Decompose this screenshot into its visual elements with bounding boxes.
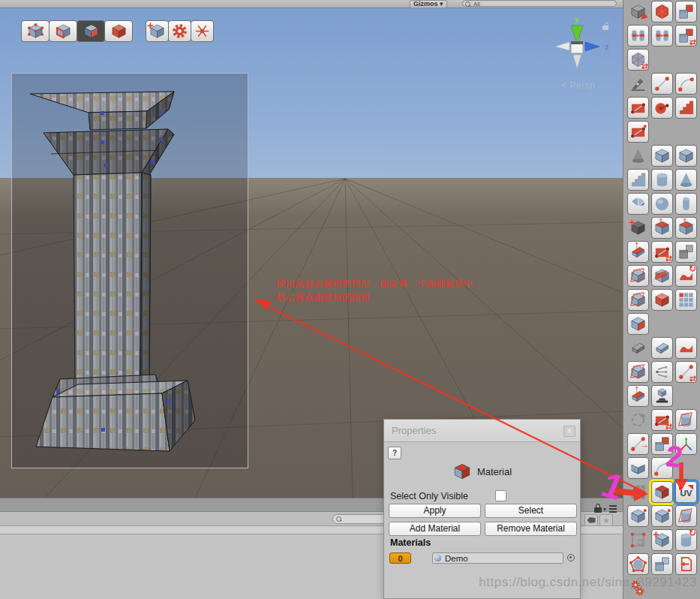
close-icon[interactable]: x <box>563 426 575 437</box>
rect-points-icon[interactable] <box>627 97 649 119</box>
remove-material-button[interactable]: Remove Material <box>485 522 577 536</box>
edge-mode-button[interactable] <box>49 20 77 42</box>
new-cube-plus-icon[interactable]: + <box>651 529 673 551</box>
extrude-edge-icon[interactable]: ↑ <box>675 217 697 239</box>
arch-shape-icon[interactable] <box>627 193 649 215</box>
distribute-nodes-icon[interactable] <box>651 361 673 383</box>
inspector-lock-icon[interactable] <box>594 504 602 513</box>
stairs-shape-icon[interactable] <box>627 169 649 191</box>
duplicate-cubes-icon[interactable] <box>651 553 673 575</box>
persp-mode-label[interactable]: < Persp <box>561 80 595 91</box>
sphere-shape-icon[interactable] <box>651 193 673 215</box>
properties-titlebar[interactable]: Properties x <box>384 420 580 442</box>
icosphere-icon[interactable] <box>651 1 673 23</box>
object-mode-button[interactable] <box>104 20 133 42</box>
cut-plane-icon[interactable] <box>651 265 673 287</box>
plane-lift-icon[interactable]: ↑ <box>627 385 649 407</box>
conform-sphere-icon[interactable] <box>627 553 649 575</box>
path-steps-icon[interactable] <box>651 457 673 479</box>
empty-cell <box>651 121 675 145</box>
material-tool-icon[interactable] <box>651 481 673 503</box>
open-box-icon[interactable] <box>651 289 673 311</box>
cylinder-face-icon[interactable] <box>675 409 697 431</box>
probuilder-toolbar: ⇄⇄•+↑↑↑⇄↻⇄↑⇄→••+↻ <box>623 0 700 599</box>
materials-header: Materials <box>390 537 431 548</box>
line-points-icon[interactable] <box>651 73 673 95</box>
stairs-points-icon[interactable] <box>675 97 697 119</box>
paint-cube-icon[interactable]: • <box>627 505 649 527</box>
add-cube-icon: + <box>627 217 649 239</box>
move-points-icon[interactable]: → <box>627 433 649 455</box>
circle-points-icon[interactable] <box>651 97 673 119</box>
chain-points-icon[interactable]: ⇄ <box>675 361 697 383</box>
vertex-dot-cube-icon[interactable]: • <box>651 505 673 527</box>
smooth-cylinder-icon[interactable] <box>675 505 697 527</box>
extrude-face-icon[interactable]: ↑ <box>651 217 673 239</box>
bezier-curve-icon[interactable] <box>675 73 697 95</box>
plane-points-icon[interactable]: • <box>627 121 649 143</box>
select-only-visible-checkbox[interactable] <box>495 490 506 501</box>
flip-cubes-icon[interactable]: ⇄ <box>675 25 697 47</box>
cylinder-shape-icon[interactable] <box>651 169 673 191</box>
bevel-edge-icon[interactable] <box>627 265 649 287</box>
add-material-button[interactable]: Add Material <box>389 522 481 536</box>
favorite-button[interactable]: ★ <box>599 514 613 526</box>
watermark-text: https://blog.csdn.net/sina_39291423 <box>479 575 697 590</box>
new-shape-button[interactable]: + <box>146 20 169 42</box>
axis-y-label: y <box>575 14 580 23</box>
properties-window: Properties x ? Material Select Only Visi… <box>383 419 581 599</box>
inset-face-icon[interactable]: ⇄ <box>651 241 673 263</box>
probuilder-settings-button[interactable] <box>168 20 191 42</box>
lock-icon[interactable] <box>602 23 609 30</box>
empty-cell <box>651 49 675 73</box>
mirror-icospheres-icon[interactable]: ⇄ <box>627 49 649 71</box>
face-mode-button[interactable] <box>77 20 105 42</box>
cone-shape-icon[interactable] <box>675 169 697 191</box>
uv-editor-icon[interactable] <box>675 481 697 503</box>
empty-cell <box>675 121 699 145</box>
stamp-down-icon[interactable] <box>651 385 673 407</box>
round-edge-icon[interactable] <box>627 289 649 311</box>
material-label: Material <box>477 466 512 477</box>
export-file-icon[interactable] <box>675 553 697 575</box>
merge-gray-cubes-icon[interactable] <box>675 241 697 263</box>
bend-icon[interactable]: ↻ <box>675 265 697 287</box>
object-picker-icon[interactable] <box>567 554 575 561</box>
inspector-menu-icon[interactable]: ▾ <box>605 505 617 513</box>
capsule-shape-icon[interactable] <box>675 193 697 215</box>
select-button[interactable]: Select <box>485 504 577 518</box>
smoothing-groups-button[interactable] <box>191 20 214 42</box>
swap-faces-icon[interactable]: ⇄ <box>651 409 673 431</box>
apply-button[interactable]: Apply <box>389 504 481 518</box>
hollow-cube-icon[interactable] <box>675 145 697 167</box>
face-panel-icon[interactable] <box>627 313 649 335</box>
gizmos-dropdown[interactable]: Gizmos ▾ <box>410 0 447 8</box>
corner-walls-icon[interactable] <box>627 457 649 479</box>
move-axes-icon[interactable] <box>675 433 697 455</box>
cube-shape-icon[interactable] <box>651 145 673 167</box>
split-object-icon[interactable] <box>651 433 673 455</box>
merge-cubes-icon[interactable] <box>675 1 697 23</box>
eraser-blue-icon[interactable] <box>651 337 673 359</box>
empty-cell <box>651 313 675 337</box>
vertex-mode-button[interactable] <box>21 20 50 42</box>
orientation-gizmo[interactable]: y z <box>549 14 620 85</box>
help-button[interactable]: ? <box>388 447 401 459</box>
weld-cylinders-icon[interactable] <box>651 25 673 47</box>
outlined-box-icon[interactable] <box>627 361 649 383</box>
star-icon: ★ <box>602 516 610 525</box>
wave-surface-icon[interactable] <box>675 337 697 359</box>
axis-z-label: z <box>605 42 609 51</box>
scene-search-input[interactable]: All <box>462 0 617 7</box>
subdivide-cylinders-icon[interactable] <box>627 25 649 47</box>
material-object-field[interactable]: Demo <box>432 552 563 564</box>
empty-cell <box>675 385 699 409</box>
search-icon <box>336 516 341 522</box>
voxel-cubes-icon[interactable] <box>675 289 697 311</box>
empty-cell <box>675 313 699 337</box>
material-slot-badge[interactable]: 0 <box>389 552 411 564</box>
material-cube-icon <box>452 462 472 481</box>
tag-button[interactable] <box>584 514 598 526</box>
mirror-cylinder-icon[interactable]: ↻ <box>675 529 697 551</box>
lift-face-icon[interactable]: ↑ <box>627 241 649 263</box>
